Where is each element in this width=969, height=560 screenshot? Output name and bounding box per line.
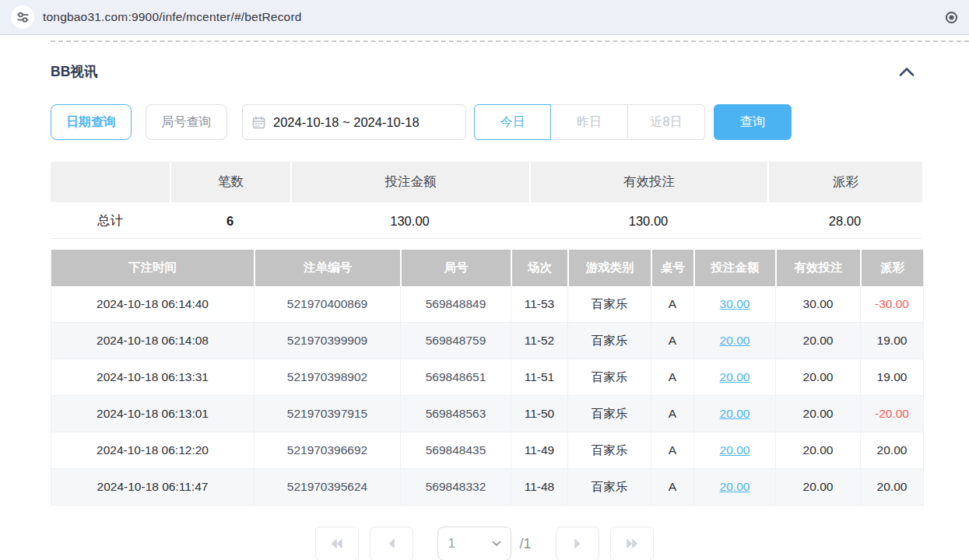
payout-cell: -20.00	[860, 396, 923, 432]
table-number-cell: A	[651, 396, 693, 432]
round-number-cell: 569848759	[400, 323, 511, 359]
browser-url-bar: tongbao31.com:9900/infe/mcenter/#/betRec…	[0, 0, 969, 35]
bet-amount-cell[interactable]: 20.00	[693, 323, 775, 359]
header-order-number: 注单编号	[254, 250, 400, 286]
date-range-picker[interactable]: 2024-10-18 ~ 2024-10-18	[242, 104, 466, 140]
yesterday-button[interactable]: 昨日	[551, 104, 628, 140]
first-page-button[interactable]	[315, 527, 359, 560]
current-page-value: 1	[448, 536, 455, 551]
valid-bet-cell: 20.00	[775, 323, 860, 359]
valid-bet-cell: 30.00	[775, 286, 860, 323]
section-header: BB视讯	[51, 62, 922, 81]
session-cell: 11-53	[511, 286, 567, 323]
today-button[interactable]: 今日	[474, 104, 551, 140]
session-cell: 11-50	[511, 396, 567, 432]
site-settings-button[interactable]	[11, 5, 34, 29]
bet-time-cell: 2024-10-18 06:13:31	[51, 359, 254, 396]
bet-time-cell: 2024-10-18 06:13:01	[51, 396, 254, 432]
payout-cell: 19.00	[860, 323, 923, 359]
last-8-days-button[interactable]: 近8日	[628, 104, 705, 140]
table-number-cell: A	[651, 469, 693, 506]
prev-page-button[interactable]	[370, 527, 413, 560]
summary-header-bet-amount: 投注金额	[290, 162, 529, 202]
calendar-icon	[252, 116, 265, 129]
session-cell: 11-52	[511, 323, 567, 359]
search-button[interactable]: 查询	[714, 104, 792, 140]
bet-amount-cell[interactable]: 30.00	[693, 286, 775, 323]
table-number-cell: A	[651, 323, 693, 359]
summary-total-label: 总计	[51, 202, 170, 239]
header-bet-amount: 投注金额	[693, 250, 775, 286]
header-round-number: 局号	[400, 250, 511, 286]
order-number-cell: 521970396692	[254, 432, 400, 469]
date-query-tab[interactable]: 日期查询	[51, 104, 132, 140]
double-chevron-left-icon	[329, 537, 345, 550]
bet-amount-cell[interactable]: 20.00	[693, 469, 775, 506]
round-query-tab[interactable]: 局号查询	[146, 104, 227, 140]
chevron-left-icon	[386, 537, 397, 550]
valid-bet-cell: 20.00	[775, 469, 860, 506]
summary-header-blank	[51, 162, 170, 202]
next-page-button[interactable]	[556, 527, 599, 560]
page-title: BB视讯	[51, 62, 97, 81]
bet-amount-cell[interactable]: 20.00	[693, 359, 775, 396]
payout-cell: 20.00	[860, 469, 923, 506]
chevron-right-icon	[572, 537, 583, 550]
summary-valid-bet-value: 130.00	[529, 202, 767, 239]
table-row: 2024-10-18 06:11:47521970395624569848332…	[51, 469, 923, 506]
game-type-cell: 百家乐	[567, 323, 651, 359]
table-number-cell: A	[651, 286, 693, 323]
summary-total-row: 总计 6 130.00 130.00 28.00	[51, 202, 922, 239]
url-text[interactable]: tongbao31.com:9900/infe/mcenter/#/betRec…	[43, 10, 302, 24]
bet-amount-link[interactable]: 20.00	[720, 334, 750, 347]
table-number-cell: A	[651, 359, 693, 396]
bet-table-header-row: 下注时间 注单编号 局号 场次 游戏类别 桌号 投注金额 有效投注 派彩	[51, 250, 923, 286]
bet-time-cell: 2024-10-18 06:14:40	[51, 286, 254, 323]
bet-amount-cell[interactable]: 20.00	[693, 432, 775, 469]
bet-time-cell: 2024-10-18 06:11:47	[51, 469, 254, 506]
double-chevron-right-icon	[624, 537, 640, 550]
round-number-cell: 569848332	[400, 469, 511, 506]
collapse-section-button[interactable]	[891, 64, 922, 79]
summary-header-count: 笔数	[170, 162, 290, 202]
game-type-cell: 百家乐	[567, 359, 651, 396]
session-cell: 11-49	[511, 432, 567, 469]
order-number-cell: 521970398902	[254, 359, 400, 396]
header-valid-bet: 有效投注	[775, 250, 860, 286]
last-page-button[interactable]	[610, 527, 654, 560]
round-number-cell: 569848435	[400, 432, 511, 469]
header-game-type: 游戏类别	[567, 250, 651, 286]
chevron-up-icon	[897, 65, 916, 78]
summary-bet-amount-value: 130.00	[290, 202, 529, 239]
table-row: 2024-10-18 06:14:08521970399909569848759…	[51, 323, 923, 359]
bet-amount-link[interactable]: 20.00	[720, 370, 750, 383]
record-circle-icon[interactable]	[945, 11, 958, 24]
game-type-cell: 百家乐	[567, 286, 651, 323]
order-number-cell: 521970399909	[254, 323, 400, 359]
header-session: 场次	[511, 250, 567, 286]
game-type-cell: 百家乐	[567, 432, 651, 469]
payout-cell: 20.00	[860, 432, 923, 469]
session-cell: 11-51	[511, 359, 567, 396]
header-payout: 派彩	[860, 250, 923, 286]
total-pages-label: /1	[519, 536, 531, 552]
summary-header-row: 笔数 投注金额 有效投注 派彩	[51, 162, 922, 202]
payout-cell: -30.00	[860, 286, 923, 323]
order-number-cell: 521970397915	[254, 396, 400, 432]
bet-amount-link[interactable]: 30.00	[720, 297, 750, 310]
payout-cell: 19.00	[860, 359, 923, 396]
header-bet-time: 下注时间	[51, 250, 254, 286]
page-select[interactable]: 1	[437, 527, 511, 560]
pagination: 1 /1	[0, 527, 969, 560]
order-number-cell: 521970395624	[254, 469, 400, 506]
filter-toolbar: 日期查询 局号查询 2024-10-18 ~ 2024-10-18 今日 昨日 …	[51, 104, 922, 140]
table-row: 2024-10-18 06:12:20521970396692569848435…	[51, 432, 923, 469]
bet-record-table: 下注时间 注单编号 局号 场次 游戏类别 桌号 投注金额 有效投注 派彩 202…	[51, 250, 924, 506]
bet-amount-link[interactable]: 20.00	[720, 480, 750, 493]
bet-amount-link[interactable]: 20.00	[720, 407, 750, 420]
bet-amount-cell[interactable]: 20.00	[693, 396, 775, 432]
game-type-cell: 百家乐	[567, 469, 651, 506]
bet-amount-link[interactable]: 20.00	[720, 443, 750, 457]
chevron-down-icon	[492, 541, 501, 547]
table-number-cell: A	[651, 432, 693, 469]
